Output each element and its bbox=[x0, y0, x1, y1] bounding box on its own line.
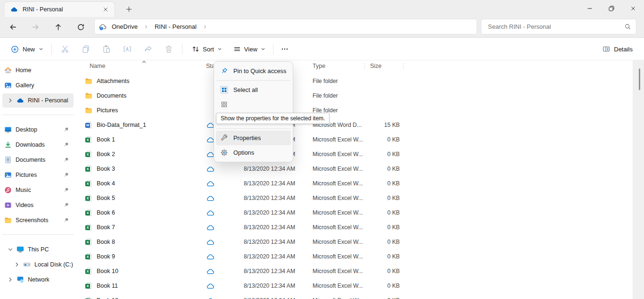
new-button[interactable]: New bbox=[6, 41, 49, 57]
scrollbar-thumb[interactable] bbox=[639, 68, 640, 90]
search-input[interactable] bbox=[488, 23, 624, 30]
gallery-icon bbox=[4, 82, 12, 89]
up-button[interactable] bbox=[50, 19, 66, 34]
column-header-size[interactable]: Size bbox=[370, 60, 381, 72]
menu-item-options[interactable]: Options bbox=[216, 145, 291, 160]
delete-button[interactable] bbox=[158, 41, 179, 57]
arrow-right-icon bbox=[32, 23, 40, 31]
file-name: Pictures bbox=[97, 103, 118, 118]
file-date-modified: 8/13/2020 12:34 AM bbox=[244, 162, 295, 176]
file-row[interactable]: Book 2 8/13/2020 12:34 AM Microsoft Exce… bbox=[76, 147, 633, 162]
file-row[interactable]: Book 10 8/13/2020 12:34 AM Microsoft Exc… bbox=[76, 264, 633, 279]
column-header-type[interactable]: Type bbox=[313, 60, 325, 72]
sidebar-item[interactable]: Local Disk (C:) bbox=[2, 257, 74, 272]
sidebar-item[interactable]: Music bbox=[2, 183, 74, 197]
excel-icon bbox=[85, 209, 92, 216]
sidebar-item[interactable]: Documents bbox=[2, 153, 74, 167]
file-row[interactable]: Book 3 8/13/2020 12:34 AM Microsoft Exce… bbox=[76, 162, 633, 176]
view-button[interactable]: View bbox=[229, 41, 270, 57]
cloud-status-icon bbox=[206, 297, 215, 299]
refresh-icon bbox=[77, 23, 85, 31]
see-more-button[interactable] bbox=[276, 41, 293, 57]
file-row[interactable]: Book 8 8/13/2020 12:34 AM Microsoft Exce… bbox=[76, 235, 633, 249]
copy-button[interactable] bbox=[75, 41, 96, 57]
select-none-icon bbox=[220, 100, 228, 109]
cloud-status-icon bbox=[206, 165, 215, 173]
sidebar-item[interactable]: This PC bbox=[2, 242, 74, 257]
toolbar-divider bbox=[273, 43, 273, 55]
file-row[interactable]: Book 7 8/13/2020 12:34 AM Microsoft Exce… bbox=[76, 220, 633, 235]
file-row[interactable]: Attachments File folder bbox=[76, 74, 633, 89]
column-header-name[interactable]: Name bbox=[90, 60, 105, 72]
forward-button[interactable] bbox=[27, 19, 44, 34]
file-row[interactable]: Book 12 8/13/2020 12:34 AM Microsoft Exc… bbox=[76, 293, 633, 299]
file-row[interactable]: Pictures File folder bbox=[76, 103, 633, 118]
menu-item-label: Pin to Quick access bbox=[233, 67, 286, 75]
file-row[interactable]: Book 9 8/13/2020 12:34 AM Microsoft Exce… bbox=[76, 249, 633, 264]
file-row[interactable]: Book 11 8/13/2020 12:34 AM Microsoft Exc… bbox=[76, 279, 633, 293]
cloud-status-icon bbox=[206, 180, 215, 188]
rename-button[interactable] bbox=[117, 41, 138, 57]
sidebar-item[interactable]: RINI - Personal bbox=[2, 93, 74, 108]
vertical-scrollbar[interactable] bbox=[633, 60, 644, 299]
excel-icon bbox=[85, 297, 92, 299]
file-row[interactable]: Book 5 8/13/2020 12:34 AM Microsoft Exce… bbox=[76, 191, 633, 206]
new-tab-button[interactable] bbox=[122, 3, 136, 15]
restore-button[interactable] bbox=[601, 0, 622, 17]
menu-item-select-all[interactable]: Select all bbox=[216, 83, 291, 97]
file-row[interactable]: Book 4 8/13/2020 12:34 AM Microsoft Exce… bbox=[76, 176, 633, 191]
menu-item-pin-to-quick-access[interactable]: Pin to Quick access bbox=[216, 64, 291, 78]
file-size: 0 KB bbox=[340, 176, 400, 191]
excel-icon bbox=[85, 180, 92, 187]
minimize-button[interactable] bbox=[579, 0, 601, 17]
breadcrumb-current[interactable]: RINI - Personal bbox=[151, 22, 200, 32]
search-box[interactable] bbox=[481, 19, 636, 34]
expand-chevron[interactable] bbox=[4, 246, 17, 253]
sidebar-item[interactable]: Gallery bbox=[2, 78, 74, 92]
menu-item-properties[interactable]: Properties bbox=[216, 131, 291, 145]
sort-label: Sort bbox=[203, 46, 214, 53]
file-row[interactable]: Book 1 8/13/2020 12:34 AM Microsoft Exce… bbox=[76, 133, 633, 147]
sidebar-item[interactable]: Downloads bbox=[2, 138, 74, 152]
column-divider[interactable] bbox=[364, 63, 365, 69]
sidebar-item[interactable]: Screenshots bbox=[2, 213, 74, 227]
file-size: 0 KB bbox=[340, 133, 400, 147]
sidebar-item[interactable]: Videos bbox=[2, 198, 74, 212]
refresh-button[interactable] bbox=[72, 19, 89, 34]
sidebar-item[interactable]: Pictures bbox=[2, 168, 74, 182]
sidebar-item[interactable]: Network bbox=[2, 273, 74, 287]
tab-close-button[interactable] bbox=[99, 4, 112, 15]
file-name: Book 12 bbox=[97, 293, 118, 299]
paste-button[interactable] bbox=[96, 41, 117, 57]
explorer-tab[interactable]: RINI - Personal bbox=[4, 1, 115, 17]
close-window-button[interactable] bbox=[622, 0, 644, 17]
file-row[interactable]: Documents File folder bbox=[76, 89, 633, 103]
cut-button[interactable] bbox=[55, 41, 75, 57]
toolbar-divider bbox=[51, 43, 52, 55]
sidebar-item[interactable]: Home bbox=[2, 63, 74, 77]
menu-item-select-none[interactable] bbox=[216, 97, 291, 112]
breadcrumb-onedrive[interactable]: OneDrive bbox=[108, 22, 141, 32]
share-button[interactable] bbox=[138, 41, 158, 57]
column-divider[interactable] bbox=[403, 63, 404, 69]
expand-chevron[interactable] bbox=[11, 261, 23, 268]
address-bar[interactable]: OneDrive RINI - Personal bbox=[94, 19, 477, 34]
back-button[interactable] bbox=[4, 19, 21, 34]
trash-icon bbox=[165, 45, 173, 53]
thispc-icon bbox=[17, 246, 24, 253]
details-pane-button[interactable]: Details bbox=[598, 41, 637, 57]
plus-icon bbox=[126, 6, 132, 12]
excel-icon bbox=[85, 267, 92, 275]
file-row[interactable]: Bio-Data_format_1 8/13/2020 12:34 AM Mic… bbox=[76, 118, 633, 133]
sidebar-item-label: Downloads bbox=[16, 141, 45, 148]
details-pane-icon bbox=[603, 45, 610, 53]
expand-chevron[interactable] bbox=[4, 97, 17, 104]
file-row[interactable]: Book 6 8/13/2020 12:34 AM Microsoft Exce… bbox=[76, 206, 633, 220]
sidebar-item[interactable]: Desktop bbox=[2, 123, 74, 137]
folder-icon bbox=[85, 107, 92, 114]
menu-item-label: Options bbox=[233, 149, 254, 156]
documents-icon bbox=[4, 156, 12, 164]
sort-button[interactable]: Sort bbox=[187, 41, 227, 57]
expand-chevron[interactable] bbox=[4, 276, 17, 283]
sidebar-item-label: Pictures bbox=[16, 172, 37, 178]
